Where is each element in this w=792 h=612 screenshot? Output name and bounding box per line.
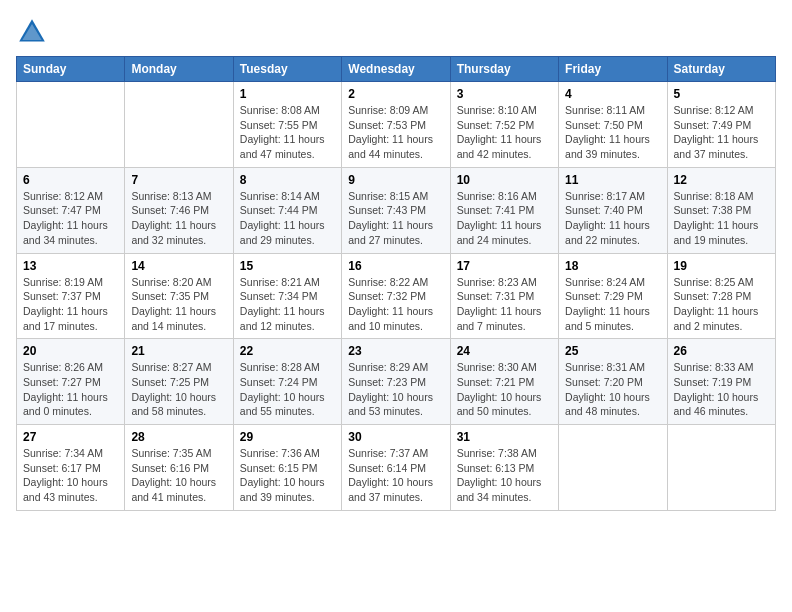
day-info: Sunrise: 8:26 AM Sunset: 7:27 PM Dayligh…	[23, 360, 118, 419]
day-number: 18	[565, 259, 660, 273]
day-info: Sunrise: 8:16 AM Sunset: 7:41 PM Dayligh…	[457, 189, 552, 248]
day-number: 11	[565, 173, 660, 187]
calendar-cell: 14Sunrise: 8:20 AM Sunset: 7:35 PM Dayli…	[125, 253, 233, 339]
day-number: 9	[348, 173, 443, 187]
day-number: 7	[131, 173, 226, 187]
day-number: 12	[674, 173, 769, 187]
calendar-cell: 26Sunrise: 8:33 AM Sunset: 7:19 PM Dayli…	[667, 339, 775, 425]
calendar-cell: 22Sunrise: 8:28 AM Sunset: 7:24 PM Dayli…	[233, 339, 341, 425]
day-info: Sunrise: 7:35 AM Sunset: 6:16 PM Dayligh…	[131, 446, 226, 505]
calendar-table: SundayMondayTuesdayWednesdayThursdayFrid…	[16, 56, 776, 511]
day-info: Sunrise: 8:24 AM Sunset: 7:29 PM Dayligh…	[565, 275, 660, 334]
day-header-saturday: Saturday	[667, 57, 775, 82]
day-number: 3	[457, 87, 552, 101]
day-number: 20	[23, 344, 118, 358]
day-header-tuesday: Tuesday	[233, 57, 341, 82]
calendar-cell: 1Sunrise: 8:08 AM Sunset: 7:55 PM Daylig…	[233, 82, 341, 168]
calendar-cell	[559, 425, 667, 511]
calendar-cell: 13Sunrise: 8:19 AM Sunset: 7:37 PM Dayli…	[17, 253, 125, 339]
calendar-cell: 15Sunrise: 8:21 AM Sunset: 7:34 PM Dayli…	[233, 253, 341, 339]
day-info: Sunrise: 8:18 AM Sunset: 7:38 PM Dayligh…	[674, 189, 769, 248]
day-number: 31	[457, 430, 552, 444]
day-info: Sunrise: 7:34 AM Sunset: 6:17 PM Dayligh…	[23, 446, 118, 505]
day-info: Sunrise: 7:38 AM Sunset: 6:13 PM Dayligh…	[457, 446, 552, 505]
day-info: Sunrise: 8:08 AM Sunset: 7:55 PM Dayligh…	[240, 103, 335, 162]
calendar-cell	[125, 82, 233, 168]
calendar-week-row: 20Sunrise: 8:26 AM Sunset: 7:27 PM Dayli…	[17, 339, 776, 425]
day-number: 23	[348, 344, 443, 358]
day-info: Sunrise: 8:11 AM Sunset: 7:50 PM Dayligh…	[565, 103, 660, 162]
day-number: 4	[565, 87, 660, 101]
day-number: 10	[457, 173, 552, 187]
day-number: 24	[457, 344, 552, 358]
calendar-cell: 23Sunrise: 8:29 AM Sunset: 7:23 PM Dayli…	[342, 339, 450, 425]
calendar-cell: 6Sunrise: 8:12 AM Sunset: 7:47 PM Daylig…	[17, 167, 125, 253]
day-info: Sunrise: 8:17 AM Sunset: 7:40 PM Dayligh…	[565, 189, 660, 248]
calendar-cell	[17, 82, 125, 168]
calendar-cell: 20Sunrise: 8:26 AM Sunset: 7:27 PM Dayli…	[17, 339, 125, 425]
calendar-cell: 12Sunrise: 8:18 AM Sunset: 7:38 PM Dayli…	[667, 167, 775, 253]
day-info: Sunrise: 8:12 AM Sunset: 7:47 PM Dayligh…	[23, 189, 118, 248]
calendar-cell: 16Sunrise: 8:22 AM Sunset: 7:32 PM Dayli…	[342, 253, 450, 339]
calendar-cell: 18Sunrise: 8:24 AM Sunset: 7:29 PM Dayli…	[559, 253, 667, 339]
calendar-cell: 31Sunrise: 7:38 AM Sunset: 6:13 PM Dayli…	[450, 425, 558, 511]
day-number: 8	[240, 173, 335, 187]
calendar-cell: 11Sunrise: 8:17 AM Sunset: 7:40 PM Dayli…	[559, 167, 667, 253]
page-header	[16, 16, 776, 48]
day-header-thursday: Thursday	[450, 57, 558, 82]
calendar-cell: 30Sunrise: 7:37 AM Sunset: 6:14 PM Dayli…	[342, 425, 450, 511]
calendar-cell: 7Sunrise: 8:13 AM Sunset: 7:46 PM Daylig…	[125, 167, 233, 253]
day-number: 25	[565, 344, 660, 358]
day-info: Sunrise: 7:37 AM Sunset: 6:14 PM Dayligh…	[348, 446, 443, 505]
day-header-friday: Friday	[559, 57, 667, 82]
calendar-cell: 29Sunrise: 7:36 AM Sunset: 6:15 PM Dayli…	[233, 425, 341, 511]
day-number: 13	[23, 259, 118, 273]
day-info: Sunrise: 8:27 AM Sunset: 7:25 PM Dayligh…	[131, 360, 226, 419]
day-number: 21	[131, 344, 226, 358]
day-info: Sunrise: 8:21 AM Sunset: 7:34 PM Dayligh…	[240, 275, 335, 334]
day-number: 30	[348, 430, 443, 444]
calendar-week-row: 27Sunrise: 7:34 AM Sunset: 6:17 PM Dayli…	[17, 425, 776, 511]
day-number: 14	[131, 259, 226, 273]
day-number: 27	[23, 430, 118, 444]
calendar-cell: 28Sunrise: 7:35 AM Sunset: 6:16 PM Dayli…	[125, 425, 233, 511]
day-info: Sunrise: 8:10 AM Sunset: 7:52 PM Dayligh…	[457, 103, 552, 162]
day-info: Sunrise: 8:09 AM Sunset: 7:53 PM Dayligh…	[348, 103, 443, 162]
calendar-week-row: 1Sunrise: 8:08 AM Sunset: 7:55 PM Daylig…	[17, 82, 776, 168]
calendar-cell: 2Sunrise: 8:09 AM Sunset: 7:53 PM Daylig…	[342, 82, 450, 168]
day-number: 17	[457, 259, 552, 273]
calendar-cell: 17Sunrise: 8:23 AM Sunset: 7:31 PM Dayli…	[450, 253, 558, 339]
day-info: Sunrise: 8:14 AM Sunset: 7:44 PM Dayligh…	[240, 189, 335, 248]
calendar-cell: 27Sunrise: 7:34 AM Sunset: 6:17 PM Dayli…	[17, 425, 125, 511]
calendar-cell: 21Sunrise: 8:27 AM Sunset: 7:25 PM Dayli…	[125, 339, 233, 425]
day-info: Sunrise: 8:33 AM Sunset: 7:19 PM Dayligh…	[674, 360, 769, 419]
day-info: Sunrise: 8:30 AM Sunset: 7:21 PM Dayligh…	[457, 360, 552, 419]
day-number: 2	[348, 87, 443, 101]
day-header-wednesday: Wednesday	[342, 57, 450, 82]
calendar-cell: 8Sunrise: 8:14 AM Sunset: 7:44 PM Daylig…	[233, 167, 341, 253]
day-number: 22	[240, 344, 335, 358]
calendar-cell: 9Sunrise: 8:15 AM Sunset: 7:43 PM Daylig…	[342, 167, 450, 253]
calendar-cell	[667, 425, 775, 511]
calendar-week-row: 13Sunrise: 8:19 AM Sunset: 7:37 PM Dayli…	[17, 253, 776, 339]
day-number: 29	[240, 430, 335, 444]
day-info: Sunrise: 8:20 AM Sunset: 7:35 PM Dayligh…	[131, 275, 226, 334]
day-info: Sunrise: 8:15 AM Sunset: 7:43 PM Dayligh…	[348, 189, 443, 248]
day-number: 26	[674, 344, 769, 358]
day-header-sunday: Sunday	[17, 57, 125, 82]
day-info: Sunrise: 8:13 AM Sunset: 7:46 PM Dayligh…	[131, 189, 226, 248]
day-number: 28	[131, 430, 226, 444]
calendar-cell: 19Sunrise: 8:25 AM Sunset: 7:28 PM Dayli…	[667, 253, 775, 339]
day-info: Sunrise: 8:19 AM Sunset: 7:37 PM Dayligh…	[23, 275, 118, 334]
day-number: 6	[23, 173, 118, 187]
calendar-cell: 4Sunrise: 8:11 AM Sunset: 7:50 PM Daylig…	[559, 82, 667, 168]
day-number: 1	[240, 87, 335, 101]
calendar-cell: 10Sunrise: 8:16 AM Sunset: 7:41 PM Dayli…	[450, 167, 558, 253]
calendar-header-row: SundayMondayTuesdayWednesdayThursdayFrid…	[17, 57, 776, 82]
day-info: Sunrise: 8:28 AM Sunset: 7:24 PM Dayligh…	[240, 360, 335, 419]
day-number: 19	[674, 259, 769, 273]
calendar-cell: 25Sunrise: 8:31 AM Sunset: 7:20 PM Dayli…	[559, 339, 667, 425]
calendar-cell: 5Sunrise: 8:12 AM Sunset: 7:49 PM Daylig…	[667, 82, 775, 168]
day-info: Sunrise: 7:36 AM Sunset: 6:15 PM Dayligh…	[240, 446, 335, 505]
day-info: Sunrise: 8:31 AM Sunset: 7:20 PM Dayligh…	[565, 360, 660, 419]
